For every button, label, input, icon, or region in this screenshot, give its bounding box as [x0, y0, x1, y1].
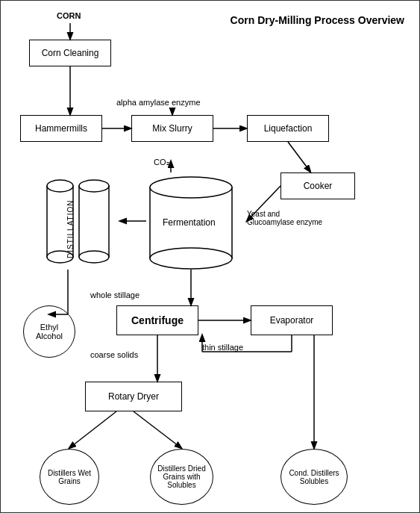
distillation-label: DISTILLATION: [66, 199, 75, 258]
whole-stillage-label: whole stillage: [90, 290, 140, 299]
yeast-gluco-label: Yeast andGlucoamylase enzyme: [247, 210, 322, 226]
fermentation-label: Fermentation: [163, 217, 216, 228]
svg-point-2: [150, 248, 232, 269]
corn-label: CORN: [57, 11, 81, 20]
centrifuge-box: Centrifuge: [116, 305, 198, 335]
svg-line-14: [288, 142, 310, 172]
thin-stillage-label: thin stillage: [202, 343, 243, 352]
cond-distillers-circle: Cond. Distillers Solubles: [280, 449, 348, 505]
svg-rect-6: [79, 186, 109, 257]
distillers-wet-grains-circle: Distillers Wet Grains: [40, 449, 99, 505]
distillation-svg: [46, 172, 120, 270]
svg-line-26: [69, 411, 116, 448]
fermentation-container: Fermentation: [146, 172, 236, 272]
svg-point-8: [79, 251, 109, 263]
mix-slurry-box: Mix Slurry: [131, 115, 213, 142]
ethyl-alcohol-circle: Ethyl Alcohol: [23, 305, 75, 358]
svg-point-7: [79, 180, 109, 192]
svg-point-4: [47, 180, 73, 192]
coarse-solids-label: coarse solids: [90, 350, 138, 359]
distillers-dried-circle: Distillers Dried Grains with Solubles: [150, 449, 213, 505]
liquefaction-box: Liquefaction: [247, 115, 329, 142]
cooker-box: Cooker: [280, 172, 355, 199]
alpha-amylase-label: alpha amylase enzyme: [116, 98, 201, 107]
co2-label: CO₂: [154, 158, 169, 167]
distillation-container: DISTILLATION: [46, 172, 120, 272]
hammermills-box: Hammermills: [20, 115, 102, 142]
svg-point-1: [150, 177, 232, 198]
evaporator-box: Evaporator: [251, 305, 333, 335]
corn-cleaning-box: Corn Cleaning: [29, 40, 111, 66]
svg-line-27: [134, 411, 181, 448]
rotary-dryer-box: Rotary Dryer: [85, 382, 182, 411]
diagram: Corn Dry-Milling Process Overview CORN C…: [0, 0, 420, 513]
title: Corn Dry-Milling Process Overview: [231, 14, 404, 26]
